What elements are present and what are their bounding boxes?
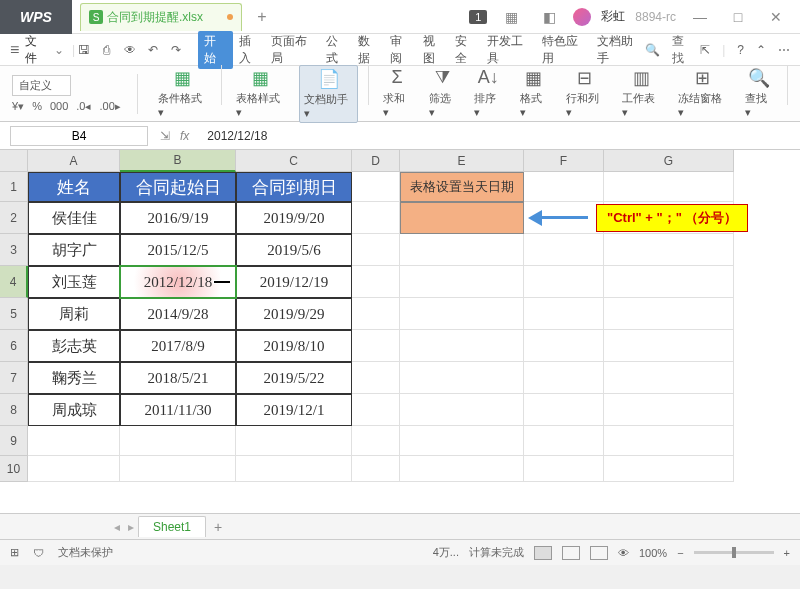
ribbon-求和[interactable]: Σ求和▾ <box>379 65 415 123</box>
cell-F9[interactable] <box>524 426 604 456</box>
row-header-10[interactable]: 10 <box>0 456 28 482</box>
row-header-7[interactable]: 7 <box>0 362 28 394</box>
cell-F8[interactable] <box>524 394 604 426</box>
row-header-9[interactable]: 9 <box>0 426 28 456</box>
row-header-6[interactable]: 6 <box>0 330 28 362</box>
more-icon[interactable]: ⋯ <box>778 43 790 57</box>
row-header-2[interactable]: 2 <box>0 202 28 234</box>
cell-D6[interactable] <box>352 330 400 362</box>
avatar[interactable] <box>573 8 591 26</box>
cell-B6[interactable]: 2017/8/9 <box>120 330 236 362</box>
select-all-corner[interactable] <box>0 150 28 172</box>
fx-icon[interactable]: fx <box>180 129 189 143</box>
cell-G1[interactable] <box>604 172 734 202</box>
formula-input[interactable]: 2012/12/18 <box>201 127 800 145</box>
cell-G9[interactable] <box>604 426 734 456</box>
zoom-slider[interactable] <box>694 551 774 554</box>
row-header-4[interactable]: 4 <box>0 266 28 298</box>
cell-B2[interactable]: 2016/9/19 <box>120 202 236 234</box>
preview-icon[interactable]: 👁 <box>121 41 138 59</box>
cell-A9[interactable] <box>28 426 120 456</box>
cell-D2[interactable] <box>352 202 400 234</box>
cell-B10[interactable] <box>120 456 236 482</box>
menu-tab-2[interactable]: 页面布局 <box>267 31 320 69</box>
menu-tab-4[interactable]: 数据 <box>354 31 384 69</box>
row-header-3[interactable]: 3 <box>0 234 28 266</box>
cell-D5[interactable] <box>352 298 400 330</box>
ribbon-条件格式[interactable]: ▦条件格式▾ <box>154 65 211 123</box>
menu-tab-6[interactable]: 视图 <box>419 31 449 69</box>
cell-C5[interactable]: 2019/9/29 <box>236 298 352 330</box>
share-icon[interactable]: ⇱ <box>700 43 710 57</box>
row-header-8[interactable]: 8 <box>0 394 28 426</box>
menu-tab-0[interactable]: 开始 <box>198 31 232 69</box>
cell-G4[interactable] <box>604 266 734 298</box>
cell-B9[interactable] <box>120 426 236 456</box>
cell-C2[interactable]: 2019/9/20 <box>236 202 352 234</box>
file-menu[interactable]: 文件 <box>25 33 48 67</box>
close-button[interactable]: ✕ <box>762 10 790 24</box>
grid-icon[interactable]: ▦ <box>497 10 525 24</box>
redo-icon[interactable]: ↷ <box>167 41 184 59</box>
menu-tab-7[interactable]: 安全 <box>451 31 481 69</box>
cell-B1[interactable]: 合同起始日 <box>120 172 236 202</box>
cell-D8[interactable] <box>352 394 400 426</box>
cell-F7[interactable] <box>524 362 604 394</box>
row-header-1[interactable]: 1 <box>0 172 28 202</box>
cell-D4[interactable] <box>352 266 400 298</box>
name-box[interactable] <box>10 126 148 146</box>
minimize-button[interactable]: — <box>686 10 714 24</box>
cell-G7[interactable] <box>604 362 734 394</box>
cell-C3[interactable]: 2019/5/6 <box>236 234 352 266</box>
sheet-tab[interactable]: Sheet1 <box>138 516 206 537</box>
view-custom-icon[interactable] <box>590 546 608 560</box>
cell-F6[interactable] <box>524 330 604 362</box>
cell-E9[interactable] <box>400 426 524 456</box>
cell-F4[interactable] <box>524 266 604 298</box>
save-icon[interactable]: 🖫 <box>75 41 92 59</box>
comma-icon[interactable]: 000 <box>50 100 68 112</box>
currency-icon[interactable]: ¥▾ <box>12 100 24 113</box>
help-icon[interactable]: ? <box>737 43 744 57</box>
cell-C9[interactable] <box>236 426 352 456</box>
collapse-ribbon-icon[interactable]: ⌃ <box>756 43 766 57</box>
cell-F5[interactable] <box>524 298 604 330</box>
hamburger-icon[interactable]: ≡ <box>10 41 19 59</box>
number-format-select[interactable]: 自定义 <box>12 75 71 96</box>
menu-tab-9[interactable]: 特色应用 <box>538 31 591 69</box>
cell-E4[interactable] <box>400 266 524 298</box>
ribbon-表格样式[interactable]: ▦表格样式▾ <box>232 65 289 123</box>
cell-C6[interactable]: 2019/8/10 <box>236 330 352 362</box>
expand-namebox-icon[interactable]: ⇲ <box>160 129 170 143</box>
cell-A8[interactable]: 周成琼 <box>28 394 120 426</box>
cell-D9[interactable] <box>352 426 400 456</box>
col-header-C[interactable]: C <box>236 150 352 172</box>
increase-decimal-icon[interactable]: .0◂ <box>76 100 91 113</box>
ribbon-排序[interactable]: A↓排序▾ <box>470 65 506 123</box>
cell-D7[interactable] <box>352 362 400 394</box>
cell-F3[interactable] <box>524 234 604 266</box>
ribbon-格式[interactable]: ▦格式▾ <box>516 65 552 123</box>
search-icon[interactable]: 🔍 <box>645 43 660 57</box>
cell-G5[interactable] <box>604 298 734 330</box>
col-header-A[interactable]: A <box>28 150 120 172</box>
cell-A3[interactable]: 胡字广 <box>28 234 120 266</box>
col-header-E[interactable]: E <box>400 150 524 172</box>
col-header-D[interactable]: D <box>352 150 400 172</box>
decrease-decimal-icon[interactable]: .00▸ <box>99 100 120 113</box>
cell-G8[interactable] <box>604 394 734 426</box>
undo-icon[interactable]: ↶ <box>144 41 161 59</box>
ribbon-冻结窗格[interactable]: ⊞冻结窗格▾ <box>674 65 731 123</box>
cell-B7[interactable]: 2018/5/21 <box>120 362 236 394</box>
print-icon[interactable]: ⎙ <box>98 41 115 59</box>
cell-G10[interactable] <box>604 456 734 482</box>
ribbon-查找[interactable]: 🔍查找▾ <box>741 65 777 123</box>
protect-status[interactable]: 文档未保护 <box>58 545 113 560</box>
cell-E8[interactable] <box>400 394 524 426</box>
cell-C4[interactable]: 2019/12/19 <box>236 266 352 298</box>
zoom-out-button[interactable]: − <box>677 547 683 559</box>
cell-E6[interactable] <box>400 330 524 362</box>
cell-B3[interactable]: 2015/12/5 <box>120 234 236 266</box>
cell-A2[interactable]: 侯佳佳 <box>28 202 120 234</box>
file-dropdown-icon[interactable]: ⌄ <box>54 43 64 57</box>
